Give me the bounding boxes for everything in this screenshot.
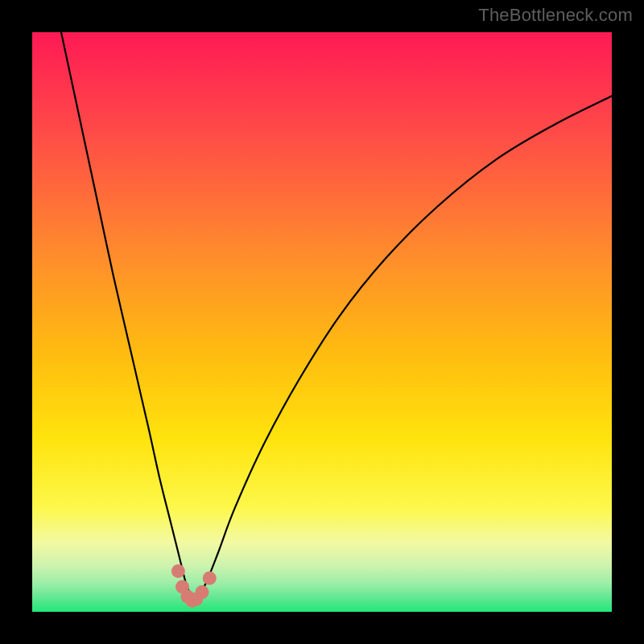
marker-dot xyxy=(171,564,185,578)
plot-area xyxy=(32,32,612,612)
curve-path xyxy=(61,32,612,601)
marker-group xyxy=(171,564,217,608)
marker-dot xyxy=(203,572,217,585)
bottleneck-curve xyxy=(32,32,612,612)
chart-frame: TheBottleneck.com xyxy=(0,0,644,644)
marker-dot xyxy=(196,585,209,599)
watermark-text: TheBottleneck.com xyxy=(478,5,633,26)
